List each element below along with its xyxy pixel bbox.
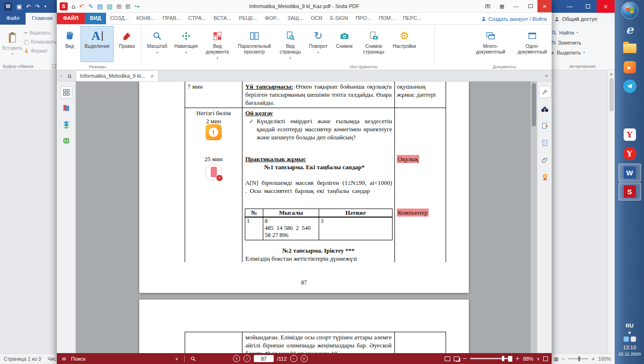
two-page-view-icon[interactable] — [454, 356, 459, 361]
fit-width-icon[interactable] — [445, 356, 450, 361]
current-page-input[interactable]: 87 — [254, 355, 274, 362]
viewer-scrollbar-thumb[interactable] — [532, 83, 536, 127]
zoom-dropdown-icon[interactable]: ∨ — [537, 356, 540, 361]
next-page-button[interactable]: › — [290, 355, 297, 362]
tab-insert[interactable]: ВСТА... — [210, 13, 235, 24]
tab-help[interactable]: ПОМ... — [375, 13, 399, 24]
copy-button[interactable]: Копировать — [24, 37, 57, 46]
pdf-viewer[interactable]: 7 мин Үй тапсырмасы: Өткен тақырып бойын… — [76, 82, 530, 353]
word-minimize-button[interactable]: — — [561, 0, 579, 13]
start-button[interactable] — [621, 2, 638, 19]
zoom-slider-thumb[interactable] — [502, 356, 504, 361]
rotate-button[interactable]: ↻ Поворот ▾ — [306, 26, 330, 62]
home-icon[interactable]: ⌂ — [72, 3, 75, 10]
layout-grid-icon[interactable]: ▦ — [495, 0, 509, 12]
tab-review[interactable]: РЕЦЕ... — [235, 13, 261, 24]
word-zoom-slider[interactable] — [568, 358, 588, 359]
home-tab-icon[interactable]: ⌂ — [65, 70, 74, 81]
document-tab[interactable]: Informatika_Metodika_9 kl... × — [76, 70, 159, 81]
zoom-in-icon[interactable]: + — [515, 355, 519, 362]
word-word-count-fragment[interactable]: Чис — [48, 356, 56, 362]
document-tab-close-icon[interactable]: × — [150, 73, 154, 79]
first-page-button[interactable]: « — [233, 355, 240, 362]
document-view-button[interactable]: Вид документа ▾ — [202, 26, 233, 62]
zoom-button[interactable]: Масштаб ▾ — [144, 26, 170, 62]
search-label[interactable]: Поиск — [71, 356, 85, 362]
tab-create[interactable]: СОЗД... — [106, 13, 133, 24]
word-scrollbar[interactable]: ▲ — [608, 70, 615, 353]
share-export-icon[interactable]: ↪ — [134, 3, 139, 10]
tools-panel-button[interactable] — [537, 83, 552, 100]
word-scrollbar-thumb[interactable] — [609, 78, 614, 111]
tray-expand-icon[interactable]: ▲ — [615, 330, 644, 334]
word-zoom-out-icon[interactable]: − — [562, 356, 566, 362]
search-icon[interactable] — [190, 356, 196, 362]
taskbar-word-button[interactable]: W — [618, 164, 641, 182]
taskbar-yandex2-button[interactable]: Y — [618, 145, 641, 163]
clock[interactable]: 13:10 — [615, 345, 644, 350]
multi-document-button[interactable]: Много-документный — [471, 26, 510, 62]
create-account-link[interactable]: Создать аккаунт / Войти — [481, 13, 547, 25]
taskbar-soda-button[interactable]: S — [618, 182, 641, 200]
tab-ocr[interactable]: OCR — [307, 13, 326, 24]
tab-edit[interactable]: ПРАВ... — [159, 13, 184, 24]
select-button[interactable]: ▶Выделить▾ — [551, 47, 608, 57]
tab-pages[interactable]: СТРА... — [185, 13, 210, 24]
tab-file[interactable]: ФАЙЛ — [57, 13, 85, 24]
tray-volume-icon[interactable] — [631, 337, 636, 342]
tray-network-icon[interactable] — [624, 337, 629, 342]
layers-panel-button[interactable] — [57, 117, 76, 133]
taskbar-media-button[interactable]: ▶ — [618, 58, 641, 76]
word-zoom-in-icon[interactable]: + — [591, 356, 595, 362]
print-icon[interactable]: ⊞ — [116, 3, 122, 10]
tab-view[interactable]: ВИД — [85, 13, 107, 24]
tab-secure[interactable]: ЗАЩ... — [284, 13, 307, 24]
document2-icon[interactable]: ▤ — [107, 3, 112, 10]
word-maximize-button[interactable] — [579, 0, 597, 13]
settings-button[interactable]: ⚙ Настройки — [391, 26, 418, 62]
soda-close-button[interactable]: × — [537, 0, 552, 12]
word-zoom-value[interactable]: 100% — [598, 356, 611, 362]
taskbar-yandex-button[interactable]: Y — [618, 126, 641, 144]
menu-grip-icon[interactable]: ≡ — [62, 355, 66, 362]
word-close-button[interactable]: × — [597, 0, 615, 13]
viewer-scrollbar[interactable] — [530, 82, 537, 353]
save-icon[interactable]: ▣ — [17, 3, 22, 10]
redo-icon[interactable]: ↷ — [35, 3, 40, 10]
tab-convert[interactable]: КОНВ... — [133, 13, 159, 24]
web-layout-icon[interactable]: ▦ — [554, 356, 559, 362]
taskbar-ie-button[interactable]: e — [618, 20, 641, 38]
stamps-panel-button[interactable] — [537, 169, 552, 186]
last-page-button[interactable]: » — [301, 355, 308, 362]
soda-maximize-button[interactable] — [523, 0, 537, 12]
page-snapshot-button[interactable]: Снимок страницы — [358, 26, 389, 62]
tab-personalize[interactable]: ПЕРС... — [399, 13, 425, 24]
page-view-button[interactable]: Вид страницы ▾ — [276, 26, 304, 62]
edit-pen-icon[interactable]: ✎ — [88, 3, 93, 10]
cut-button[interactable]: ✂Вырезать — [24, 28, 57, 37]
paste-button[interactable]: Вставить ▾ — [2, 27, 23, 61]
scroll-up-icon[interactable]: ▲ — [608, 70, 615, 77]
export-panel-button[interactable] — [537, 118, 552, 135]
taskbar-telegram-button[interactable] — [618, 77, 641, 95]
language-indicator[interactable]: RU — [615, 323, 644, 328]
navigation-button[interactable]: Навигация ▾ — [172, 26, 200, 62]
comments-panel-button[interactable] — [537, 135, 552, 152]
tab-scroll-left-icon[interactable]: ‹ — [57, 70, 65, 81]
fullscreen-icon[interactable] — [543, 356, 548, 361]
print-setup-icon[interactable]: ⊞ — [125, 3, 131, 10]
single-document-button[interactable]: Одно-документный — [512, 26, 552, 62]
parallel-view-button[interactable]: Параллельный просмотр — [234, 26, 274, 62]
panel-collapse-icon[interactable]: « — [542, 70, 551, 81]
word-app-icon[interactable]: W — [4, 2, 12, 11]
find-button[interactable]: Найти ▾ — [551, 27, 608, 37]
replace-button[interactable]: ⇆Заменить — [551, 37, 608, 47]
thumbnails-panel-button[interactable] — [57, 84, 76, 100]
highlight-select-button[interactable]: A Выделение — [80, 26, 114, 62]
zoom-out-icon[interactable]: − — [463, 355, 467, 362]
word-tab-home[interactable]: Главная — [26, 13, 59, 25]
web-links-panel-button[interactable] — [57, 133, 76, 149]
soda-logo-icon[interactable]: S — [60, 2, 68, 10]
undo-icon[interactable]: ↶ — [26, 3, 31, 10]
zoom-value[interactable]: 88% — [523, 356, 533, 362]
